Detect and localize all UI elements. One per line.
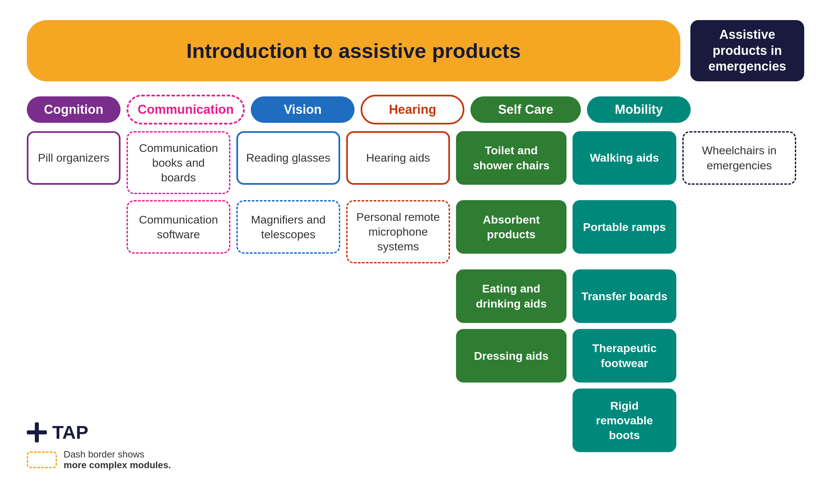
main-container: Introduction to assistive products Assis… — [0, 0, 831, 504]
hearing-empty-5 — [346, 389, 450, 452]
logo-area: TAP Dash border showsmore complex module… — [27, 421, 171, 471]
col-selfcare-header: Self Care — [470, 96, 581, 123]
selfcare-item-4[interactable]: Dressing aids — [456, 329, 567, 383]
logo-tap: TAP — [27, 421, 171, 443]
emergency-header-box: Assistive products in emergencies — [690, 20, 804, 81]
communication-empty-3 — [126, 269, 230, 323]
badge-communication-label: Communication — [138, 102, 234, 117]
badge-cognition: Cognition — [27, 96, 120, 123]
mobility-item-2[interactable]: Portable ramps — [573, 200, 676, 263]
badge-hearing: Hearing — [361, 95, 464, 124]
emergency-item-1[interactable]: Wheelchairs in emergencies — [682, 131, 796, 195]
legend-row: Dash border showsmore complex modules. — [27, 449, 171, 471]
tap-logo-text: TAP — [52, 421, 88, 443]
emergency-empty-4 — [682, 329, 796, 383]
cognition-empty-3 — [27, 269, 120, 323]
legend-text: Dash border showsmore complex modules. — [64, 449, 171, 471]
cognition-empty-4 — [27, 329, 120, 383]
mobility-item-4[interactable]: Therapeutic footwear — [573, 329, 676, 383]
title-row: Introduction to assistive products Assis… — [27, 20, 804, 81]
hearing-item-2[interactable]: Personal remote microphone systems — [346, 200, 450, 263]
vision-empty-5 — [236, 389, 340, 452]
emergency-empty-5 — [682, 389, 796, 452]
col-communication-header: Communication — [126, 95, 245, 124]
mobility-item-3[interactable]: Transfer boards — [573, 269, 676, 323]
selfcare-item-1[interactable]: Toilet and shower chairs — [456, 131, 567, 195]
badge-mobility: Mobility — [587, 96, 691, 123]
hearing-empty-4 — [346, 329, 450, 383]
items-row-2: Communication software Magnifiers and te… — [27, 200, 804, 263]
hearing-item-1[interactable]: Hearing aids — [346, 131, 450, 195]
badge-vision-label: Vision — [284, 102, 321, 117]
cognition-item-1[interactable]: Pill organizers — [27, 131, 120, 195]
hearing-empty-3 — [346, 269, 450, 323]
items-row-1: Pill organizers Communication books and … — [27, 131, 804, 195]
cognition-empty-2 — [27, 200, 120, 263]
col-cognition-header: Cognition — [27, 96, 120, 123]
vision-empty-3 — [236, 269, 340, 323]
selfcare-item-3[interactable]: Eating and drinking aids — [456, 269, 567, 323]
communication-item-1[interactable]: Communication books and boards — [126, 131, 230, 195]
communication-empty-4 — [126, 329, 230, 383]
vision-item-2[interactable]: Magnifiers and telescopes — [236, 200, 340, 263]
col-hearing-header: Hearing — [361, 95, 464, 124]
emergency-empty-3 — [682, 269, 796, 323]
categories-area: Cognition Communication Vision Hearing — [27, 95, 804, 458]
items-row-3: Eating and drinking aids Transfer boards — [27, 269, 804, 323]
vision-item-1[interactable]: Reading glasses — [236, 131, 340, 195]
selfcare-item-2[interactable]: Absorbent products — [456, 200, 567, 263]
legend-dash-box — [27, 451, 57, 468]
badge-communication: Communication — [126, 95, 245, 124]
selfcare-empty-5 — [456, 389, 567, 452]
items-row-4: Dressing aids Therapeutic footwear — [27, 329, 804, 383]
communication-item-2[interactable]: Communication software — [126, 200, 230, 263]
tap-icon — [27, 422, 47, 442]
mobility-item-1[interactable]: Walking aids — [573, 131, 676, 195]
badge-selfcare: Self Care — [470, 96, 581, 123]
title-banner: Introduction to assistive products — [27, 20, 680, 81]
col-mobility-header: Mobility — [587, 96, 691, 123]
main-title: Introduction to assistive products — [187, 39, 521, 63]
badge-selfcare-label: Self Care — [498, 102, 553, 117]
badge-vision: Vision — [251, 96, 354, 123]
mobility-item-5[interactable]: Rigid removable boots — [573, 389, 676, 452]
vision-empty-4 — [236, 329, 340, 383]
col-vision-header: Vision — [251, 96, 354, 123]
svg-rect-1 — [27, 431, 47, 435]
badge-mobility-label: Mobility — [615, 102, 663, 117]
header-row: Cognition Communication Vision Hearing — [27, 95, 804, 124]
emergency-header-text: Assistive products in emergencies — [698, 27, 796, 75]
badge-cognition-label: Cognition — [44, 102, 103, 117]
badge-hearing-label: Hearing — [389, 102, 436, 117]
emergency-empty-2 — [682, 200, 796, 263]
